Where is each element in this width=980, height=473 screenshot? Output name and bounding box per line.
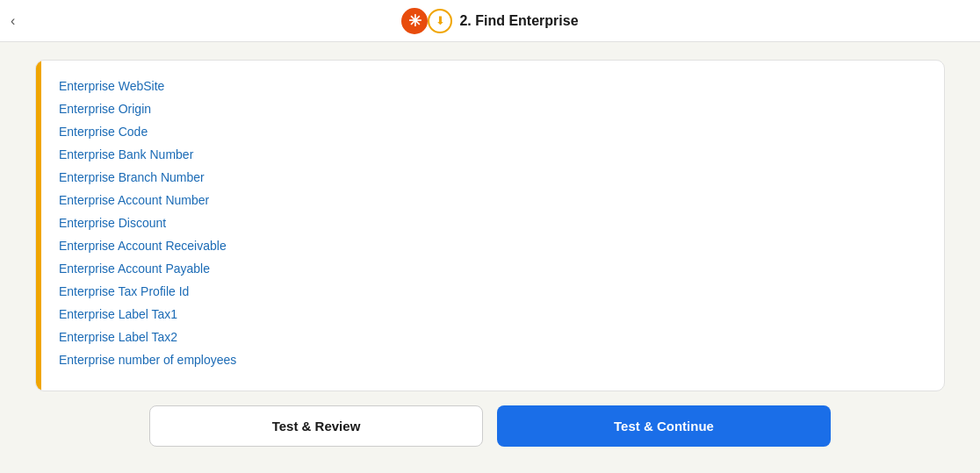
logo-symbol: ✳ [408, 11, 422, 31]
back-button[interactable]: ‹ [11, 13, 15, 29]
main-content: Enterprise WebSiteEnterprise OriginEnter… [0, 42, 980, 473]
list-item: Enterprise Branch Number [59, 166, 926, 189]
page-title: 2. Find Enterprise [459, 13, 578, 29]
logo-icon: ✳ [401, 8, 428, 34]
step-icon: ⬇ [428, 9, 452, 33]
list-item: Enterprise Account Payable [59, 257, 926, 280]
header-title-container: ⬇ 2. Find Enterprise [428, 9, 578, 33]
list-panel: Enterprise WebSiteEnterprise OriginEnter… [35, 60, 945, 391]
test-review-button[interactable]: Test & Review [149, 405, 483, 447]
step-icon-symbol: ⬇ [436, 14, 445, 27]
list-item: Enterprise Origin [59, 97, 926, 120]
list-item: Enterprise Bank Number [59, 143, 926, 166]
list-content: Enterprise WebSiteEnterprise OriginEnter… [41, 61, 944, 391]
header: ‹ ✳ ⬇ 2. Find Enterprise [0, 0, 980, 42]
list-item: Enterprise Label Tax2 [59, 326, 926, 348]
back-chevron-icon: ‹ [11, 13, 15, 29]
list-item: Enterprise Tax Profile Id [59, 280, 926, 303]
test-continue-button[interactable]: Test & Continue [497, 405, 831, 447]
list-item: Enterprise Account Receivable [59, 234, 926, 257]
list-item: Enterprise Account Number [59, 189, 926, 211]
buttons-row: Test & Review Test & Continue [35, 405, 945, 455]
list-item: Enterprise Label Tax1 [59, 303, 926, 326]
list-item: Enterprise Discount [59, 211, 926, 234]
list-item: Enterprise number of employees [59, 348, 926, 371]
list-item: Enterprise Code [59, 120, 926, 143]
list-item: Enterprise WebSite [59, 75, 926, 97]
